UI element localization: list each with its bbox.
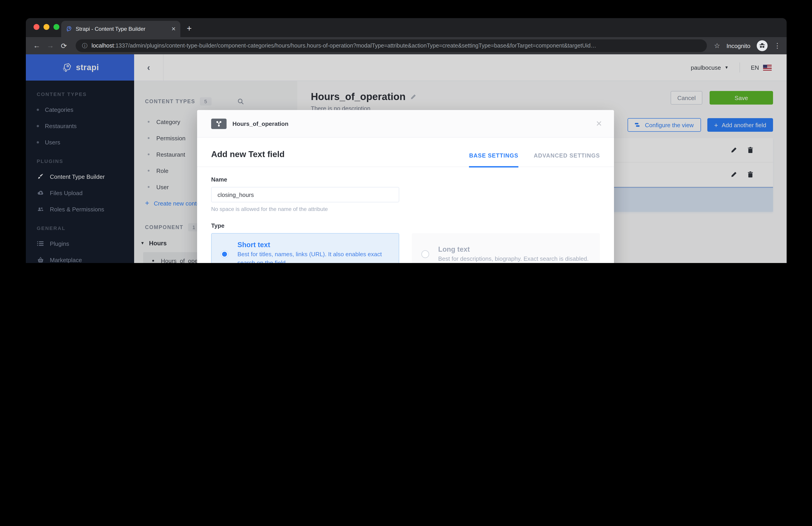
option-description: Best for titles, names, links (URL). It … (237, 250, 390, 263)
window-controls (33, 24, 59, 30)
page-viewport: strapi CONTENT TYPES Categories Restaura… (26, 54, 787, 263)
url-host: localhost (91, 43, 114, 49)
name-label: Name (211, 176, 600, 183)
tab-base-settings[interactable]: BASE SETTINGS (469, 152, 518, 167)
favicon-strapi-icon (66, 26, 72, 32)
site-info-icon[interactable]: ⓘ (82, 42, 87, 49)
browser-menu-icon[interactable]: ⋮ (774, 42, 781, 50)
maximize-window-button[interactable] (54, 24, 59, 30)
bookmark-star-icon[interactable]: ☆ (714, 42, 720, 50)
type-label: Type (211, 222, 600, 229)
radio-selected-icon (221, 250, 228, 258)
radio-unselected-icon (421, 250, 429, 258)
tab-title: Strapi - Content Type Builder (76, 26, 168, 32)
modal-header: Hours_of_operation ✕ (197, 110, 614, 138)
modal-heading-row: Add new Text field BASE SETTINGS ADVANCE… (197, 138, 614, 167)
url-bar[interactable]: ⓘ localhost :1337/admin/plugins/content-… (76, 40, 707, 52)
screen: Strapi - Content Type Builder ✕ + ← → ⟳ … (0, 0, 812, 263)
close-icon[interactable]: ✕ (596, 119, 603, 128)
option-long-text[interactable]: Long text Best for descriptions, biograp… (412, 233, 600, 263)
incognito-label: Incognito (726, 42, 750, 49)
modal-title: Hours_of_operation (232, 120, 590, 127)
tab-strip: Strapi - Content Type Builder ✕ + (26, 18, 787, 37)
name-input[interactable] (211, 187, 399, 202)
new-tab-button[interactable]: + (187, 24, 192, 33)
add-field-modal: Hours_of_operation ✕ Add new Text field … (197, 110, 614, 263)
name-helper-text: No space is allowed for the name of the … (211, 206, 600, 212)
minimize-window-button[interactable] (44, 24, 49, 30)
modal-tabs: BASE SETTINGS ADVANCED SETTINGS (469, 152, 600, 167)
tab-advanced-settings[interactable]: ADVANCED SETTINGS (534, 152, 600, 167)
forward-icon[interactable]: → (45, 42, 56, 50)
component-icon (211, 118, 227, 129)
browser-tab[interactable]: Strapi - Content Type Builder ✕ (61, 21, 180, 37)
browser-window: Strapi - Content Type Builder ✕ + ← → ⟳ … (26, 18, 787, 263)
browser-toolbar: ← → ⟳ ⓘ localhost :1337/admin/plugins/co… (26, 37, 787, 54)
option-description: Best for descriptions, biography. Exact … (438, 255, 589, 263)
option-title: Long text (438, 245, 589, 253)
modal-body: Name No space is allowed for the name of… (197, 167, 614, 263)
modal-heading: Add new Text field (211, 149, 285, 159)
tab-close-icon[interactable]: ✕ (171, 26, 176, 32)
reload-icon[interactable]: ⟳ (58, 42, 69, 50)
close-window-button[interactable] (33, 24, 40, 30)
url-path: :1337/admin/plugins/content-type-builder… (114, 43, 596, 49)
incognito-icon (757, 40, 768, 51)
option-title: Short text (237, 241, 390, 249)
back-icon[interactable]: ← (31, 42, 42, 50)
option-short-text[interactable]: Short text Best for titles, names, links… (211, 233, 399, 263)
